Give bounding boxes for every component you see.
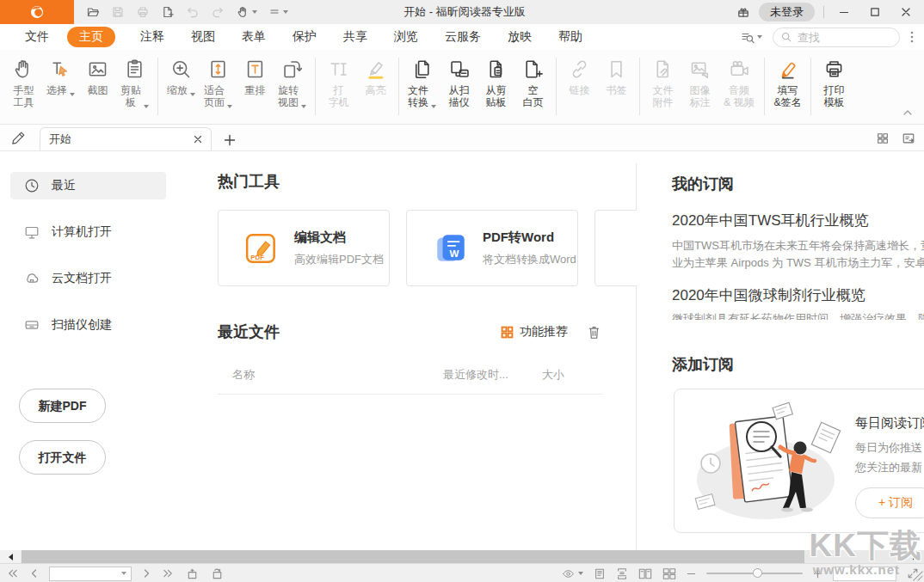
- scroll-left-arrow[interactable]: [0, 550, 21, 563]
- svg-text:W: W: [449, 248, 459, 258]
- next-page-icon[interactable]: [144, 568, 151, 579]
- open-file-icon[interactable]: [86, 5, 100, 19]
- login-button[interactable]: 未登录: [759, 3, 815, 21]
- last-page-icon[interactable]: [163, 568, 174, 579]
- foxit-logo[interactable]: [0, 0, 74, 24]
- new-tab-icon[interactable]: [224, 134, 236, 146]
- menu-share[interactable]: 共享: [342, 27, 369, 47]
- article-title[interactable]: 2020年中国TWS耳机行业概览: [672, 211, 924, 230]
- dropdown-caret-icon: [70, 93, 75, 96]
- zoom-button[interactable]: 缩放: [163, 54, 200, 98]
- blank-page-button[interactable]: 空 白页: [514, 54, 551, 110]
- column-size[interactable]: 大小: [542, 367, 564, 383]
- menu-home[interactable]: 主页: [67, 27, 115, 47]
- from-clipboard-button[interactable]: 从剪 贴板: [477, 54, 514, 110]
- open-file-button[interactable]: 打开文件: [19, 440, 106, 475]
- horizontal-scrollbar[interactable]: [0, 550, 924, 563]
- more-options-icon[interactable]: [910, 30, 914, 44]
- new-document-icon[interactable]: [161, 5, 175, 19]
- sidebar-item-scanner-create[interactable]: 扫描仪创建: [10, 311, 166, 339]
- save-icon[interactable]: [111, 5, 125, 19]
- typewriter-button[interactable]: 打 字机: [320, 54, 357, 110]
- reflow-button[interactable]: 重排: [237, 54, 274, 98]
- minimize-button[interactable]: [833, 3, 855, 21]
- menu-file[interactable]: 文件: [23, 27, 51, 47]
- tool-card-edit-doc[interactable]: PDF 编辑文档 高效编辑PDF文档: [218, 210, 390, 286]
- from-scanner-button[interactable]: 从扫 描仪: [440, 54, 477, 110]
- menu-slideshow[interactable]: 放映: [506, 27, 533, 47]
- zoom-out-icon[interactable]: [687, 569, 696, 579]
- select-tool-button[interactable]: 选择: [42, 54, 79, 98]
- close-button[interactable]: [895, 3, 917, 21]
- next-view-icon[interactable]: [211, 567, 224, 580]
- page-number-input[interactable]: [50, 568, 121, 579]
- audio-video-button[interactable]: 音频 & 视频: [718, 54, 760, 110]
- fit-page-button[interactable]: 适合 页面: [200, 54, 237, 110]
- scroll-right-arrow[interactable]: [912, 550, 919, 563]
- switch-mode-icon[interactable]: [902, 132, 915, 145]
- bookmark-button[interactable]: 书签: [598, 54, 635, 98]
- continuous-page-icon[interactable]: [616, 567, 628, 580]
- scrollbar-thumb[interactable]: [22, 550, 804, 563]
- hand-tool-button[interactable]: 手型 工具: [5, 54, 42, 110]
- clipboard-button[interactable]: 剪贴 板: [116, 54, 153, 110]
- gift-icon[interactable]: [736, 5, 750, 19]
- previous-view-icon[interactable]: [186, 567, 199, 580]
- first-page-icon[interactable]: [7, 568, 18, 579]
- tab-start[interactable]: 开始: [40, 127, 212, 150]
- resize-grip[interactable]: [913, 571, 923, 581]
- tab-close-icon[interactable]: [194, 135, 202, 144]
- menu-view[interactable]: 视图: [189, 27, 217, 47]
- menu-browse[interactable]: 浏览: [392, 27, 420, 47]
- tool-card-pdf-to-word[interactable]: W PDF转Word 将文档转换成Word: [406, 210, 578, 286]
- article-title[interactable]: 2020年中国微球制剂行业概览: [672, 285, 924, 305]
- convert-file-button[interactable]: 文件 转换: [403, 54, 440, 110]
- fill-sign-button[interactable]: 填写 &签名: [769, 54, 806, 110]
- toolbar-separator: [556, 58, 557, 115]
- zoom-in-plus-icon[interactable]: [813, 569, 822, 579]
- search-input[interactable]: [798, 31, 884, 44]
- tool-card-partial[interactable]: [594, 210, 637, 286]
- collapse-ribbon-icon[interactable]: [902, 108, 914, 117]
- pencil-icon[interactable]: [10, 130, 26, 145]
- customize-toolbar-dropdown[interactable]: [268, 6, 288, 18]
- highlight-button[interactable]: 高亮: [357, 54, 394, 98]
- zoom-percent-box[interactable]: [833, 567, 896, 581]
- undo-icon[interactable]: [186, 5, 200, 19]
- menu-comment[interactable]: 注释: [139, 27, 166, 47]
- redo-icon[interactable]: [211, 5, 225, 19]
- hand-tool-dropdown[interactable]: [236, 5, 257, 19]
- dropdown-caret-icon[interactable]: [121, 572, 126, 575]
- facing-page-icon[interactable]: [638, 567, 652, 580]
- rotate-view-button[interactable]: 旋转 视图: [274, 54, 311, 110]
- prev-page-icon[interactable]: [30, 568, 37, 579]
- link-button[interactable]: 链接: [561, 54, 598, 98]
- sidebar-item-open-cloud[interactable]: 云文档打开: [10, 265, 166, 292]
- maximize-button[interactable]: [864, 3, 886, 21]
- grid-view-icon[interactable]: [876, 132, 890, 145]
- menu-protect[interactable]: 保护: [291, 27, 318, 47]
- trash-icon[interactable]: [587, 324, 601, 340]
- zoom-slider-thumb[interactable]: [753, 568, 762, 578]
- print-template-button[interactable]: 打印 模板: [816, 54, 853, 110]
- zoom-slider[interactable]: [706, 573, 803, 574]
- sidebar-item-recent[interactable]: 最近: [10, 172, 166, 199]
- column-name[interactable]: 名称: [232, 367, 255, 383]
- convert-file-icon: [410, 58, 434, 81]
- menu-cloud-service[interactable]: 云服务: [443, 27, 483, 47]
- snapshot-button[interactable]: 截图: [79, 54, 116, 98]
- column-modified[interactable]: 最近修改时...: [443, 367, 508, 383]
- view-mode-dropdown[interactable]: [561, 567, 583, 580]
- menu-form[interactable]: 表单: [240, 27, 268, 47]
- facing-continuous-icon[interactable]: [662, 567, 676, 580]
- subscribe-button[interactable]: + 订阅: [855, 487, 924, 518]
- menu-help[interactable]: 帮助: [557, 27, 584, 47]
- feature-recommend-button[interactable]: 功能推荐: [501, 324, 568, 340]
- find-options-dropdown[interactable]: [740, 30, 762, 44]
- image-annotation-button[interactable]: 图像 标注: [681, 54, 718, 110]
- single-page-icon[interactable]: [594, 567, 606, 580]
- sidebar-item-open-computer[interactable]: 计算机打开: [10, 218, 166, 246]
- print-icon[interactable]: [136, 5, 150, 19]
- file-attachment-button[interactable]: 文件 附件: [644, 54, 681, 110]
- new-pdf-button[interactable]: 新建PDF: [19, 389, 106, 423]
